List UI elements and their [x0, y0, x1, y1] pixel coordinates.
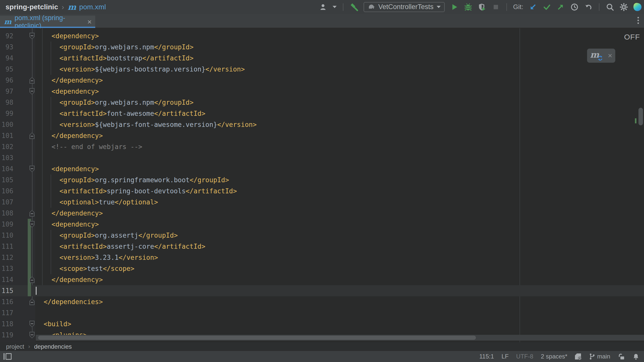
editor-line[interactable]: 106 <artifactId>spring-boot-devtools</ar…: [0, 186, 644, 197]
line-number[interactable]: 104: [0, 163, 13, 174]
line-number[interactable]: 112: [0, 252, 13, 263]
editor-line[interactable]: 95 <version>${webjars-bootstrap.version}…: [0, 64, 644, 75]
breadcrumb-project[interactable]: project: [6, 343, 24, 350]
line-number[interactable]: 108: [0, 208, 13, 219]
indent-setting[interactable]: 2 spaces*: [541, 353, 567, 360]
editor-line[interactable]: 112 <version>3.23.1</version>: [0, 252, 644, 263]
vertical-scrollbar-thumb[interactable]: [638, 108, 643, 125]
editor-area[interactable]: 92 <dependency>93 <groupId>org.webjars.n…: [0, 28, 644, 342]
toolwindow-layout-icon[interactable]: [0, 353, 12, 360]
user-dropdown-chevron-icon[interactable]: [333, 6, 337, 8]
line-number[interactable]: 117: [0, 307, 13, 318]
editor-line[interactable]: 117: [0, 307, 644, 318]
line-number[interactable]: 92: [0, 30, 13, 42]
editor-line[interactable]: 107 <optional>true</optional>: [0, 197, 644, 208]
settings-gear-icon[interactable]: [620, 3, 628, 11]
line-number[interactable]: 106: [0, 186, 13, 197]
tab-options-icon[interactable]: [637, 17, 639, 24]
editor-line[interactable]: 108 </dependency>: [0, 208, 644, 219]
line-number[interactable]: 111: [0, 241, 13, 252]
editor-line[interactable]: 101 </dependency>: [0, 130, 644, 141]
editor-line[interactable]: 109 <dependency>: [0, 219, 644, 230]
notifications-bell-icon[interactable]: [632, 353, 639, 360]
run-button[interactable]: [450, 3, 459, 11]
breadcrumb-dependencies[interactable]: dependencies: [34, 343, 72, 350]
line-number[interactable]: 107: [0, 197, 13, 208]
fold-toggle-icon[interactable]: [29, 332, 35, 338]
line-number[interactable]: 115: [0, 285, 13, 296]
editor-line[interactable]: 99 <artifactId>font-awesome</artifactId>: [0, 108, 644, 119]
file-writable-lock-icon[interactable]: [618, 353, 625, 360]
fold-toggle-icon[interactable]: [29, 166, 35, 172]
editor-line[interactable]: 110 <groupId>org.assertj</groupId>: [0, 230, 644, 241]
editor-line[interactable]: 111 <artifactId>assertj-core</artifactId…: [0, 241, 644, 252]
tab-pom-xml[interactable]: m pom.xml (spring-petclinic) ×: [0, 16, 95, 28]
horizontal-scrollbar-thumb[interactable]: [38, 335, 476, 340]
fold-toggle-icon[interactable]: [29, 276, 35, 283]
line-number[interactable]: 99: [0, 108, 13, 119]
line-number[interactable]: 116: [0, 296, 13, 307]
git-commit-icon[interactable]: [542, 3, 551, 11]
run-configuration-select[interactable]: VetControllerTests: [364, 2, 444, 12]
line-number[interactable]: 96: [0, 75, 13, 86]
git-branch-widget[interactable]: main: [589, 353, 610, 360]
file-name[interactable]: pom.xml: [79, 3, 106, 11]
fold-toggle-icon[interactable]: [29, 33, 35, 39]
editor-line[interactable]: 94 <artifactId>bootstrap</artifactId>: [0, 53, 644, 64]
line-separator[interactable]: LF: [502, 353, 509, 360]
tab-close-icon[interactable]: ×: [87, 18, 92, 26]
line-number[interactable]: 119: [0, 330, 13, 341]
build-hammer-icon[interactable]: [350, 3, 358, 11]
editor-line[interactable]: 116 </dependencies>: [0, 296, 644, 307]
project-name[interactable]: spring-petclinic: [6, 3, 58, 11]
horizontal-scrollbar[interactable]: [36, 335, 644, 341]
fold-toggle-icon[interactable]: [29, 88, 35, 95]
history-clock-icon[interactable]: [570, 3, 579, 11]
line-number[interactable]: 103: [0, 152, 13, 163]
editor-line[interactable]: 102 <!-- end of webjars -->: [0, 141, 644, 152]
fold-toggle-icon[interactable]: [29, 210, 35, 216]
fold-toggle-icon[interactable]: [29, 321, 35, 327]
editor-line[interactable]: 114 </dependency>: [0, 274, 644, 285]
editor-line[interactable]: 103: [0, 152, 644, 163]
line-number[interactable]: 95: [0, 64, 13, 75]
line-number[interactable]: 118: [0, 318, 13, 330]
editor-line[interactable]: 98 <groupId>org.webjars.npm</groupId>: [0, 97, 644, 108]
line-number[interactable]: 98: [0, 97, 13, 108]
search-everywhere-icon[interactable]: [606, 3, 614, 11]
editor-line[interactable]: 104 <dependency>: [0, 163, 644, 174]
user-account-icon[interactable]: [319, 3, 327, 11]
file-encoding[interactable]: UTF-8: [516, 353, 533, 360]
line-number[interactable]: 110: [0, 230, 13, 241]
code-style-settings-icon[interactable]: [575, 353, 581, 359]
fold-toggle-icon[interactable]: [29, 77, 35, 84]
line-number[interactable]: 114: [0, 274, 13, 285]
line-number[interactable]: 101: [0, 130, 13, 141]
line-number[interactable]: 102: [0, 141, 13, 152]
fold-toggle-icon[interactable]: [29, 132, 35, 139]
run-with-coverage-button[interactable]: [478, 3, 486, 11]
editor-line[interactable]: 96 </dependency>: [0, 75, 644, 86]
rollback-undo-icon[interactable]: [584, 3, 593, 11]
fold-toggle-icon[interactable]: [29, 299, 35, 305]
line-number[interactable]: 93: [0, 42, 13, 53]
git-update-icon[interactable]: [529, 3, 537, 11]
editor-line[interactable]: 105 <groupId>org.springframework.boot</g…: [0, 174, 644, 186]
git-push-icon[interactable]: [556, 3, 565, 11]
maven-reload-widget[interactable]: m ×: [587, 49, 615, 63]
editor-line[interactable]: 115: [0, 285, 644, 296]
line-number[interactable]: 100: [0, 119, 13, 130]
editor-line[interactable]: 97 <dependency>: [0, 86, 644, 97]
close-icon[interactable]: ×: [608, 52, 612, 59]
editor-line[interactable]: 100 <version>${webjars-font-awesome.vers…: [0, 119, 644, 130]
line-number[interactable]: 97: [0, 86, 13, 97]
editor-line[interactable]: 92 <dependency>: [0, 30, 644, 42]
editor-line[interactable]: 113 <scope>test</scope>: [0, 263, 644, 274]
vcs-change-stripe-mark[interactable]: [635, 118, 636, 123]
editor-line[interactable]: 93 <groupId>org.webjars.npm</groupId>: [0, 42, 644, 53]
user-avatar[interactable]: [633, 2, 642, 11]
line-number[interactable]: 109: [0, 219, 13, 230]
editor-line[interactable]: 118 <build>: [0, 318, 644, 330]
caret-position[interactable]: 115:1: [479, 353, 494, 360]
debug-button[interactable]: [464, 3, 472, 11]
